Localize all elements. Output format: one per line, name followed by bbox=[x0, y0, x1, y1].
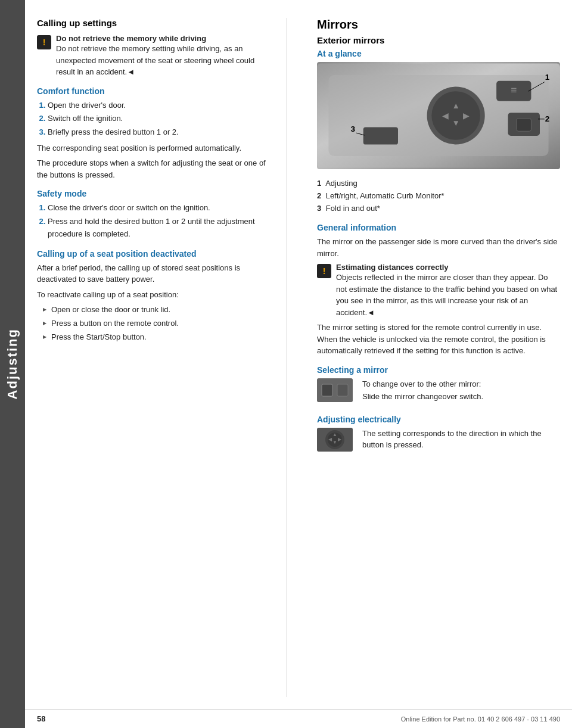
safety-mode-steps: Close the driver's door or switch on the… bbox=[48, 202, 275, 240]
left-column: Calling up settings ! Do not retrieve th… bbox=[37, 18, 287, 697]
page-container: Adjusting Calling up settings ! Do not r… bbox=[0, 0, 572, 728]
svg-text:▲: ▲ bbox=[332, 432, 337, 437]
warning-body-distance: Objects reflected in the mirror are clos… bbox=[336, 272, 560, 318]
calling-up-bullet-1: Open or close the door or trunk lid. bbox=[43, 304, 275, 316]
comfort-step-1: Open the driver's door. bbox=[48, 99, 275, 112]
general-info-text1: The mirror on the passenger side is more… bbox=[317, 236, 560, 259]
adjusting-electrically-title: Adjusting electrically bbox=[317, 415, 560, 424]
caption-text-2: Left/right, Automatic Curb Monitor* bbox=[326, 191, 444, 200]
svg-point-3 bbox=[431, 91, 480, 140]
selecting-mirror-text1: To change over to the other mirror: bbox=[362, 378, 483, 390]
selecting-mirror-inline: To change over to the other mirror: Slid… bbox=[317, 378, 560, 406]
svg-rect-20 bbox=[322, 384, 332, 396]
svg-text:▶: ▶ bbox=[338, 437, 342, 442]
caption-num-1: 1 bbox=[317, 179, 321, 188]
warning-content-retrieve: Do not retrieve the memory while driving… bbox=[56, 34, 275, 78]
mirror-image: ▲ ▼ ◀ ▶ ≡ bbox=[317, 62, 560, 169]
comfort-step-3: Briefly press the desired button 1 or 2. bbox=[48, 126, 275, 139]
svg-text:◀: ◀ bbox=[442, 111, 449, 120]
calling-up-deactivated-title: Calling up of a seat position deactivate… bbox=[37, 249, 275, 259]
safety-step-1: Close the driver's door or switch on the… bbox=[48, 202, 275, 214]
svg-text:≡: ≡ bbox=[511, 84, 517, 96]
comfort-text1: The corresponding seat position is perfo… bbox=[37, 142, 275, 154]
warning-box-retrieve: ! Do not retrieve the memory while drivi… bbox=[37, 34, 275, 78]
caption-text-1: Adjusting bbox=[325, 179, 357, 188]
selecting-mirror-text: To change over to the other mirror: Slid… bbox=[362, 378, 483, 406]
footer: 58 Online Edition for Part no. 01 40 2 6… bbox=[25, 709, 572, 728]
svg-rect-21 bbox=[337, 384, 348, 396]
svg-text:3: 3 bbox=[350, 125, 355, 133]
svg-text:1: 1 bbox=[545, 73, 550, 82]
adjusting-electrically-inline: ▲ ▼ ◀ ▶ The setting corresponds to the d… bbox=[317, 428, 560, 455]
mirrors-title: Mirrors bbox=[317, 18, 560, 32]
content-area: Calling up settings ! Do not retrieve th… bbox=[25, 0, 572, 728]
warning-title-distance: Estimating distances correctly bbox=[336, 263, 560, 272]
columns: Calling up settings ! Do not retrieve th… bbox=[25, 0, 572, 709]
calling-up-bullet-3: Press the Start/Stop button. bbox=[43, 331, 275, 344]
mirror-image-svg: ▲ ▼ ◀ ▶ ≡ bbox=[317, 62, 560, 169]
comfort-step-2: Switch off the ignition. bbox=[48, 113, 275, 125]
comfort-text2: The procedure stops when a switch for ad… bbox=[37, 157, 275, 181]
selecting-mirror-text2: Slide the mirror changeover switch. bbox=[362, 391, 483, 403]
side-tab: Adjusting bbox=[0, 0, 25, 728]
safety-step-2: Press and hold the desired button 1 or 2… bbox=[48, 216, 275, 241]
svg-text:▶: ▶ bbox=[463, 111, 470, 120]
svg-rect-11 bbox=[517, 119, 531, 131]
comfort-function-title: Comfort function bbox=[37, 86, 275, 96]
mirror-captions: 1 Adjusting 2 Left/right, Automatic Curb… bbox=[317, 178, 560, 214]
adjusting-electrically-image: ▲ ▼ ◀ ▶ bbox=[317, 428, 353, 452]
caption-1: 1 Adjusting bbox=[317, 178, 560, 190]
calling-up-settings-title: Calling up settings bbox=[37, 18, 117, 28]
selecting-mirror-svg bbox=[317, 378, 353, 402]
mirror-image-container: ▲ ▼ ◀ ▶ ≡ bbox=[317, 62, 560, 169]
page-number: 58 bbox=[37, 714, 45, 723]
right-column: Mirrors Exterior mirrors At a glance bbox=[317, 18, 560, 697]
safety-mode-title: Safety mode bbox=[37, 189, 275, 198]
at-a-glance-title: At a glance bbox=[317, 49, 560, 58]
general-info-text2: The mirror setting is stored for the rem… bbox=[317, 322, 560, 357]
footer-text: Online Edition for Part no. 01 40 2 606 … bbox=[401, 715, 560, 723]
exterior-mirrors-title: Exterior mirrors bbox=[317, 35, 560, 45]
warning-content-distance: Estimating distances correctly Objects r… bbox=[336, 263, 560, 318]
adjusting-electrically-svg: ▲ ▼ ◀ ▶ bbox=[317, 428, 353, 452]
svg-text:▲: ▲ bbox=[452, 101, 459, 110]
comfort-function-steps: Open the driver's door. Switch off the i… bbox=[48, 99, 275, 139]
selecting-mirror-image bbox=[317, 378, 353, 402]
caption-3: 3 Fold in and out* bbox=[317, 203, 560, 215]
selecting-mirror-title: Selecting a mirror bbox=[317, 365, 560, 375]
svg-text:▼: ▼ bbox=[332, 440, 337, 445]
warning-icon-retrieve: ! bbox=[37, 35, 51, 49]
svg-text:▼: ▼ bbox=[452, 119, 459, 127]
calling-up-bullet-2: Press a button on the remote control. bbox=[43, 318, 275, 330]
calling-up-text1: After a brief period, the calling up of … bbox=[37, 262, 275, 285]
caption-num-2: 2 bbox=[317, 191, 321, 200]
caption-text-3: Fold in and out* bbox=[326, 204, 380, 213]
adjusting-electrically-text: The setting corresponds to the direction… bbox=[362, 428, 560, 451]
warning-box-distance: ! Estimating distances correctly Objects… bbox=[317, 263, 560, 318]
warning-title-retrieve: Do not retrieve the memory while driving bbox=[56, 34, 275, 43]
calling-up-bullets: Open or close the door or trunk lid. Pre… bbox=[43, 304, 275, 343]
calling-up-text2: To reactivate calling up of a seat posit… bbox=[37, 289, 275, 301]
general-info-title: General information bbox=[317, 223, 560, 232]
side-tab-label: Adjusting bbox=[5, 328, 20, 399]
svg-text:◀: ◀ bbox=[328, 437, 332, 442]
warning-icon-distance: ! bbox=[317, 264, 331, 278]
warning-body-retrieve: Do not retrieve the memory setting while… bbox=[56, 43, 275, 78]
svg-rect-12 bbox=[363, 127, 398, 144]
caption-2: 2 Left/right, Automatic Curb Monitor* bbox=[317, 190, 560, 203]
caption-num-3: 3 bbox=[317, 204, 321, 213]
svg-text:2: 2 bbox=[545, 114, 550, 123]
